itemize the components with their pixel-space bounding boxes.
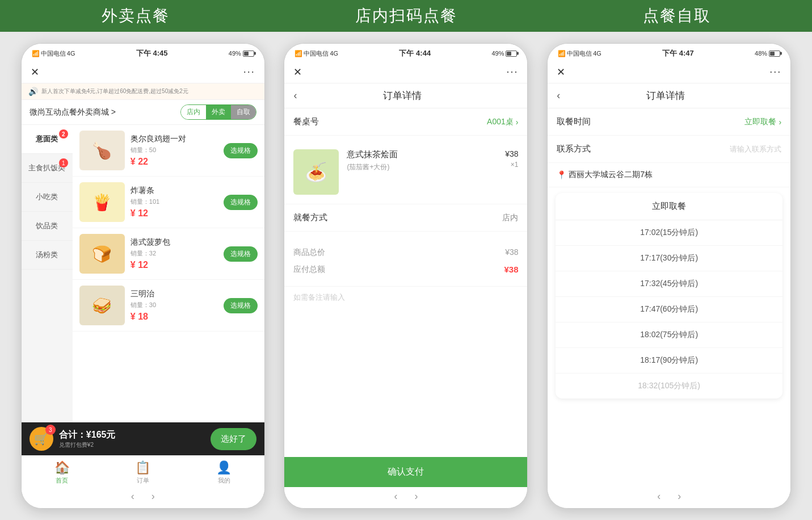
badge-rice: 1 xyxy=(59,158,68,167)
forward-arrow-3[interactable]: › xyxy=(678,490,681,502)
back-icon-3[interactable]: ‹ xyxy=(557,90,560,102)
food-img-2: 🍟 xyxy=(79,182,125,222)
time-option-3[interactable]: 17:47(60分钟后) xyxy=(556,297,782,322)
contact-value[interactable]: 请输入联系方式 xyxy=(730,144,781,154)
close-icon-3[interactable]: ✕ xyxy=(557,66,565,78)
status-time-2: 下午 4:44 xyxy=(399,48,431,58)
store-name[interactable]: 微尚互动点餐外卖商城 > xyxy=(30,107,116,118)
table-value[interactable]: A001桌 › xyxy=(487,117,518,127)
store-header: 微尚互动点餐外卖商城 > 店内 外卖 自取 xyxy=(22,100,264,125)
tab-indoor[interactable]: 店内 xyxy=(181,105,206,119)
food-sales-3: 销量：32 xyxy=(131,249,218,258)
address-row: 📍 西丽大学城云谷二期7栋 xyxy=(548,163,790,187)
food-name-1: 奥尔良鸡翅一对 xyxy=(131,134,218,144)
bottom-nav-profile[interactable]: 👤 我的 xyxy=(183,460,264,485)
time-option-4[interactable]: 18:02(75分钟后) xyxy=(556,322,782,348)
bottom-nav-profile-label: 我的 xyxy=(218,476,230,485)
status-right-3: 48% xyxy=(755,50,780,57)
menu-container: 意面类2 主食扒饭类1 小吃类 饮品类 汤粉类 🍗 奥尔良鸡翅一对 销量：50 … xyxy=(22,125,264,422)
tab-pickup[interactable]: 自取 xyxy=(231,105,256,119)
tab-delivery[interactable]: 外卖 xyxy=(206,105,231,119)
sidebar-item-drinks[interactable]: 饮品类 xyxy=(22,212,73,241)
order-detail-header-2: ‹ 订单详情 xyxy=(284,83,527,108)
close-icon-1[interactable]: ✕ xyxy=(31,66,39,78)
more-icon-2[interactable]: ··· xyxy=(506,66,518,78)
header-title-1: 外卖点餐 xyxy=(102,5,170,27)
food-price-1: ¥ 22 xyxy=(131,157,218,167)
select-btn-1[interactable]: 选规格 xyxy=(224,143,258,158)
total-label: 应付总额 xyxy=(293,265,325,275)
order-detail-header-3: ‹ 订单详情 xyxy=(548,83,790,108)
time-option-2[interactable]: 17:32(45分钟后) xyxy=(556,271,782,297)
time-option-1[interactable]: 17:17(30分钟后) xyxy=(556,246,782,271)
select-btn-4[interactable]: 选规格 xyxy=(224,298,258,313)
food-sales-2: 销量：101 xyxy=(131,198,218,206)
status-left-1: 📶 中国电信 4G xyxy=(32,49,75,58)
contact-row: 联系方式 请输入联系方式 xyxy=(548,136,790,163)
time-option-6[interactable]: 18:32(105分钟后) xyxy=(556,374,782,399)
location-icon: 📍 xyxy=(557,170,566,179)
sidebar-item-noodles[interactable]: 意面类2 xyxy=(22,125,73,154)
cart-icon-wrap[interactable]: 🛒 3 xyxy=(30,427,53,451)
bottom-nav-home[interactable]: 🏠 首页 xyxy=(22,460,103,485)
time-picker-header: 立即取餐 xyxy=(556,193,782,220)
nav-bar-3: ✕ ··· xyxy=(548,61,790,83)
time-option-5[interactable]: 18:17(90分钟后) xyxy=(556,348,782,374)
status-bar-2: 📶 中国电信 4G 下午 4:44 49% xyxy=(284,44,527,61)
cart-bar: 🛒 3 合计：¥165元 兑需打包费¥2 选好了 xyxy=(22,422,264,455)
forward-arrow-2[interactable]: › xyxy=(414,490,418,502)
sidebar-item-snacks[interactable]: 小吃类 xyxy=(22,183,73,212)
time-picker: 立即取餐 17:02(15分钟后) 17:17(30分钟后) 17:32(45分… xyxy=(556,193,782,399)
forward-arrow-1[interactable]: › xyxy=(152,490,155,502)
order-detail-title-2: 订单详情 xyxy=(302,89,502,102)
back-arrow-1[interactable]: ‹ xyxy=(131,490,134,502)
status-right-2: 49% xyxy=(491,50,517,57)
total-value: ¥38 xyxy=(504,265,518,275)
status-left-2: 📶 中国电信 4G xyxy=(294,49,338,58)
header-section-3: 点餐自取 xyxy=(541,5,812,27)
sidebar-item-rice[interactable]: 主食扒饭类1 xyxy=(22,154,73,183)
battery-icon-3 xyxy=(769,51,780,57)
store-tabs: 店内 外卖 自取 xyxy=(180,104,256,120)
sidebar-item-soup[interactable]: 汤粉类 xyxy=(22,241,73,270)
back-arrow-3[interactable]: ‹ xyxy=(657,490,660,502)
more-icon-1[interactable]: ··· xyxy=(243,66,255,78)
dining-label: 就餐方式 xyxy=(293,212,502,223)
signal-icon-1: 📶 xyxy=(32,50,40,57)
order-note[interactable]: 如需备注请输入 xyxy=(284,286,527,308)
checkout-button[interactable]: 选好了 xyxy=(211,428,256,450)
dining-value: 店内 xyxy=(502,213,518,223)
confirm-pay-button[interactable]: 确认支付 xyxy=(284,457,527,487)
back-arrow-2[interactable]: ‹ xyxy=(394,490,397,502)
phone-3-self-pickup: 📶 中国电信 4G 下午 4:47 48% ✕ ··· ‹ 订单详情 取餐时间 xyxy=(547,43,791,509)
promo-speaker-icon: 🔊 xyxy=(28,87,38,96)
phone-2-dine-in: 📶 中国电信 4G 下午 4:44 49% ✕ ··· ‹ 订单详情 餐桌号 xyxy=(284,43,528,509)
more-icon-3[interactable]: ··· xyxy=(769,66,781,78)
pickup-time-row: 取餐时间 立即取餐 › xyxy=(548,108,790,136)
bottom-nav-orders[interactable]: 📋 订单 xyxy=(103,460,184,485)
status-right-1: 49% xyxy=(229,50,254,57)
order-food-price: ¥38 xyxy=(505,149,518,158)
select-btn-3[interactable]: 选规格 xyxy=(224,246,258,262)
total-row: 应付总额 ¥38 xyxy=(293,261,518,278)
address-text: 西丽大学城云谷二期7栋 xyxy=(569,170,653,180)
menu-sidebar: 意面类2 主食扒饭类1 小吃类 饮品类 汤粉类 xyxy=(22,125,73,422)
food-info-3: 港式菠萝包 销量：32 ¥ 12 xyxy=(131,237,218,270)
cart-badge: 3 xyxy=(45,425,56,435)
select-btn-2[interactable]: 选规格 xyxy=(224,195,258,210)
order-food-info: 意式抹茶烩面 (茄茄酱+大份) xyxy=(347,149,497,195)
pickup-time-value[interactable]: 立即取餐 › xyxy=(744,117,781,127)
dining-section: 就餐方式 店内 xyxy=(284,204,527,232)
food-img-4: 🥪 xyxy=(79,286,125,325)
back-icon-2[interactable]: ‹ xyxy=(293,90,297,102)
home-icon: 🏠 xyxy=(54,460,70,475)
table-section: 餐桌号 A001桌 › xyxy=(284,108,527,136)
nav-bottom-bar-2: ‹ › xyxy=(284,487,527,508)
nav-bar-2: ✕ ··· xyxy=(284,61,527,83)
time-option-0[interactable]: 17:02(15分钟后) xyxy=(556,220,782,246)
close-icon-2[interactable]: ✕ xyxy=(293,66,302,78)
network-3: 4G xyxy=(593,50,601,57)
food-price-4: ¥ 18 xyxy=(131,312,218,322)
profile-icon: 👤 xyxy=(216,460,232,475)
food-item-3: 🍞 港式菠萝包 销量：32 ¥ 12 选规格 xyxy=(73,228,264,280)
